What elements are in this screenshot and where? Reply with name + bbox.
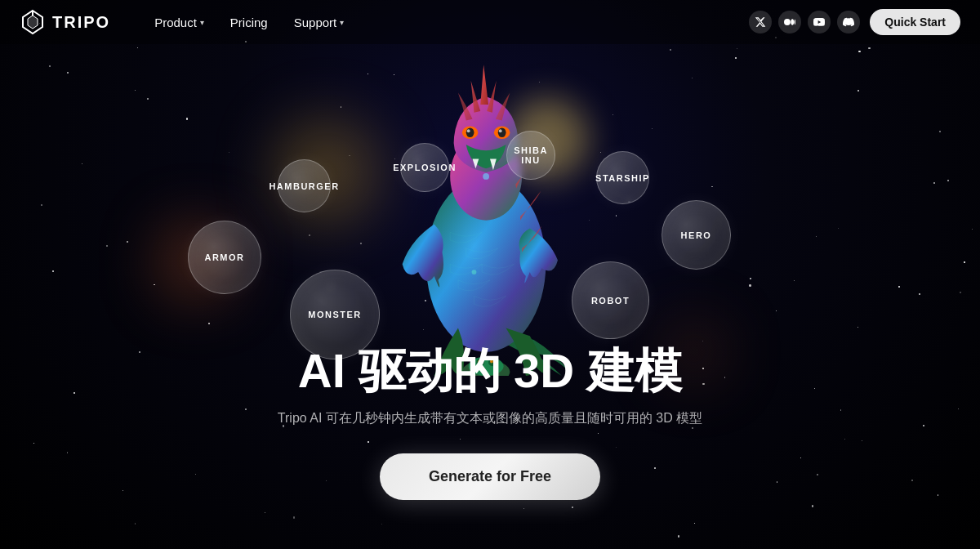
bubble-robot[interactable]: ROBOT <box>572 261 649 339</box>
nav-product[interactable]: Product ▾ <box>143 9 216 36</box>
star <box>862 440 862 441</box>
star <box>195 474 196 475</box>
hero-content: AI 驱动的 3D 建模 Tripo AI 可在几秒钟内生成带有文本或图像的高质… <box>204 345 776 500</box>
star <box>777 481 777 482</box>
star <box>840 409 841 410</box>
star <box>139 351 140 353</box>
svg-point-8 <box>499 129 502 132</box>
star <box>137 47 139 49</box>
bubble-label-hero: HERO <box>681 230 712 240</box>
star <box>265 512 265 513</box>
logo-icon <box>20 9 46 35</box>
bubble-shiba[interactable]: SHIBA INU <box>506 131 555 180</box>
star <box>147 98 149 100</box>
x-twitter-icon[interactable] <box>749 11 772 33</box>
bubble-armor[interactable]: ARMOR <box>188 221 261 294</box>
star <box>858 90 859 92</box>
nav-product-chevron: ▾ <box>200 18 204 27</box>
star <box>67 72 69 74</box>
star <box>154 284 155 286</box>
star <box>572 507 573 508</box>
bubble-explosion[interactable]: EXPLOSION <box>400 143 449 192</box>
nav-right: Quick Start <box>749 9 960 35</box>
navbar: TRIPO Product ▾ Pricing Support ▾ <box>0 0 980 44</box>
nav-pricing[interactable]: Pricing <box>219 9 279 36</box>
star <box>82 163 82 164</box>
star <box>381 524 382 524</box>
svg-marker-19 <box>28 16 38 29</box>
star <box>868 47 870 49</box>
star <box>960 292 961 293</box>
bubble-starship[interactable]: STARSHIP <box>596 151 649 204</box>
star <box>923 425 924 426</box>
star <box>208 323 210 324</box>
hero-background: ARMORMONSTERROBOTHEROHAMBURGEREXPLOSIONS… <box>0 0 980 549</box>
discord-icon[interactable] <box>837 11 860 33</box>
logo[interactable]: TRIPO <box>20 9 110 35</box>
logo-text: TRIPO <box>52 13 110 32</box>
star <box>711 186 712 187</box>
star <box>692 78 693 79</box>
star <box>523 508 524 509</box>
bubble-label-shiba: SHIBA INU <box>507 145 555 165</box>
star <box>794 280 795 281</box>
star <box>964 261 965 263</box>
star <box>812 505 813 507</box>
hero-title: AI 驱动的 3D 建模 <box>204 345 776 397</box>
quick-start-button[interactable]: Quick Start <box>870 9 960 35</box>
bubble-label-armor: ARMOR <box>204 252 244 262</box>
svg-point-10 <box>483 173 489 180</box>
star <box>800 458 801 458</box>
medium-icon[interactable] <box>778 11 801 33</box>
youtube-icon[interactable] <box>808 11 831 33</box>
star <box>933 182 935 184</box>
star <box>67 452 69 453</box>
star <box>817 474 818 475</box>
star <box>122 490 123 491</box>
star <box>127 241 128 243</box>
star <box>670 49 671 51</box>
star <box>844 439 845 440</box>
social-icons <box>749 11 860 33</box>
bubble-label-monster: MONSTER <box>308 310 362 319</box>
bubble-label-starship: STARSHIP <box>595 173 650 183</box>
svg-point-4 <box>466 127 474 137</box>
bubble-hamburger[interactable]: HAMBURGER <box>278 159 331 212</box>
nav-links: Product ▾ Pricing Support ▾ <box>143 9 749 36</box>
star <box>938 494 938 495</box>
bubble-label-hamburger: HAMBURGER <box>269 181 339 191</box>
star <box>135 523 136 524</box>
star <box>41 204 42 206</box>
star <box>814 388 816 390</box>
star <box>958 408 959 409</box>
star <box>911 480 913 481</box>
hero-subtitle: Tripo AI 可在几秒钟内生成带有文本或图像的高质量且随时可用的 3D 模型 <box>204 410 776 427</box>
svg-point-11 <box>472 270 477 274</box>
star <box>49 65 51 67</box>
nav-product-label: Product <box>154 16 197 29</box>
svg-point-5 <box>467 129 470 132</box>
svg-point-7 <box>498 127 506 137</box>
star <box>972 229 973 230</box>
star <box>186 118 188 119</box>
nav-support[interactable]: Support ▾ <box>283 9 356 36</box>
star <box>838 228 839 229</box>
star <box>776 310 777 311</box>
star <box>750 278 751 279</box>
star <box>858 327 858 328</box>
bubble-label-explosion: EXPLOSION <box>393 163 457 172</box>
star <box>678 535 679 537</box>
nav-pricing-label: Pricing <box>230 16 268 29</box>
star <box>939 131 941 132</box>
nav-support-chevron: ▾ <box>340 18 344 27</box>
star <box>947 180 949 181</box>
generate-free-button[interactable]: Generate for Free <box>380 453 600 500</box>
star <box>816 236 817 237</box>
star <box>135 90 136 91</box>
star <box>737 48 737 49</box>
bubble-hero[interactable]: HERO <box>662 200 731 270</box>
star <box>749 284 751 286</box>
star <box>858 51 860 52</box>
star <box>293 516 295 518</box>
star <box>74 392 75 394</box>
